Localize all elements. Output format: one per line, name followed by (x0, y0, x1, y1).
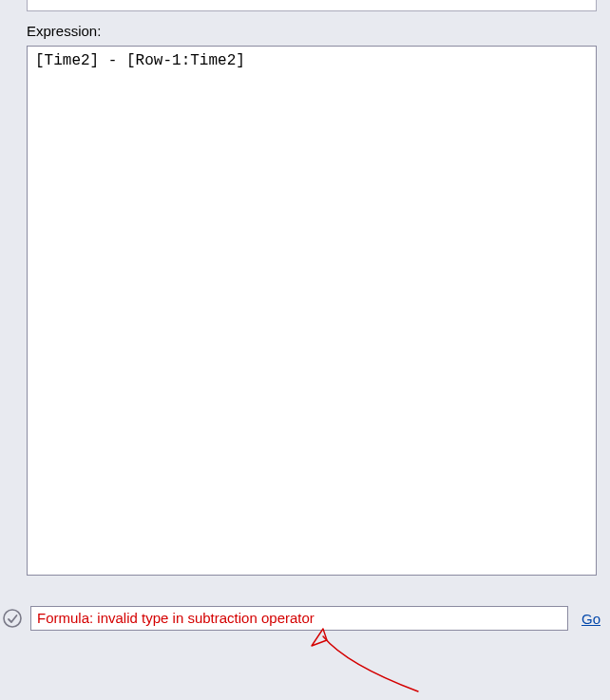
error-message: Formula: invalid type in subtraction ope… (30, 606, 568, 631)
expression-input[interactable] (27, 46, 597, 576)
warning-circle-icon (2, 608, 23, 629)
upper-input-border (27, 0, 597, 11)
status-row: Formula: invalid type in subtraction ope… (0, 604, 610, 633)
svg-point-0 (4, 610, 21, 627)
hand-drawn-arrow-annotation (228, 625, 437, 696)
go-link[interactable]: Go (581, 611, 600, 627)
expression-panel: Expression: Formula: invalid type in sub… (0, 0, 610, 633)
expression-label: Expression: (27, 23, 101, 39)
